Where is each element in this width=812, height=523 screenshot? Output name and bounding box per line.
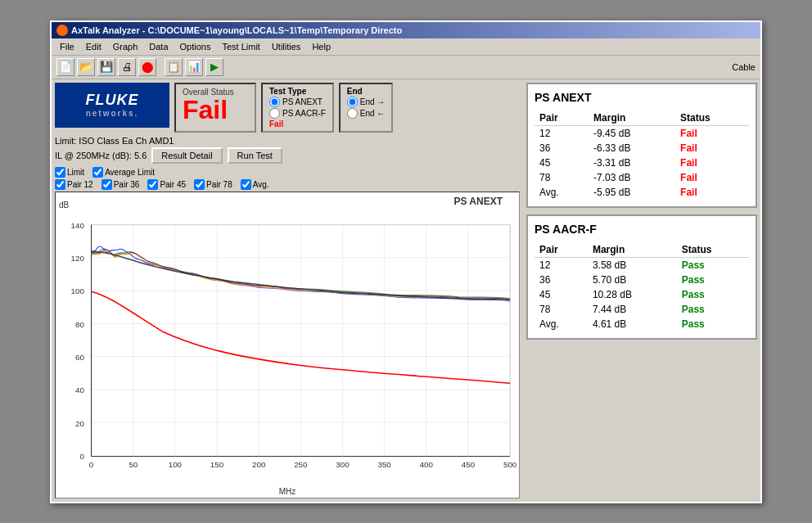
margin-cell: 3.58 dB	[588, 257, 677, 273]
menu-test-limit[interactable]: Test Limit	[217, 40, 264, 53]
checkbox-pair45[interactable]: Pair 45	[147, 179, 186, 190]
radio-ps-anext[interactable]: PS ANEXT	[269, 97, 326, 107]
left-panel: FLUKE networks. Overall Status Fail Test…	[52, 79, 523, 502]
table-row: Avg. 4.61 dB Pass	[535, 317, 749, 331]
detail-row: IL @ 250MHz (dB): 5.6 Result Detail Run …	[55, 147, 520, 164]
menu-edit[interactable]: Edit	[81, 40, 106, 53]
checkbox-pair78-label: Pair 78	[206, 180, 232, 189]
chart-xlabel: MHz	[279, 487, 296, 496]
svg-text:100: 100	[71, 286, 85, 295]
svg-text:40: 40	[75, 385, 84, 395]
table-row: 36 5.70 dB Pass	[535, 273, 749, 287]
run-test-button[interactable]: Run Test	[228, 147, 282, 164]
copy-button[interactable]: 📋	[165, 58, 183, 76]
margin-cell: -3.31 dB	[589, 156, 675, 170]
pair-cell: Avg.	[535, 185, 589, 200]
margin-cell: -5.95 dB	[589, 185, 675, 200]
ps-anext-title: PS ANEXT	[535, 91, 749, 104]
chart-ylabel: dB	[59, 201, 69, 210]
checkbox-avg-limit[interactable]: Average Limit	[92, 167, 155, 178]
table-row: 45 -3.31 dB Fail	[535, 156, 749, 170]
margin-cell: -7.03 dB	[589, 170, 675, 185]
menu-file[interactable]: File	[55, 40, 79, 53]
fluke-brand: FLUKE	[86, 92, 139, 109]
info-row: FLUKE networks. Overall Status Fail Test…	[55, 83, 520, 133]
ps-aacrf-table: PS AACR-F Pair Margin Status 12 3.58 dB …	[526, 214, 757, 340]
pair-cell: 12	[535, 125, 589, 141]
svg-text:200: 200	[252, 459, 266, 468]
checkbox-avg-limit-label: Average Limit	[105, 168, 155, 177]
svg-text:300: 300	[336, 459, 350, 468]
menu-graph[interactable]: Graph	[108, 40, 143, 53]
il-text: IL @ 250MHz (dB): 5.6	[55, 151, 147, 160]
checkbox-pair36[interactable]: Pair 36	[102, 179, 140, 190]
chart-button[interactable]: 📊	[185, 58, 203, 76]
ps-anext-col-margin: Margin	[589, 110, 675, 126]
ps-anext-col-pair: Pair	[535, 110, 589, 126]
pair-cell: 45	[535, 287, 588, 302]
new-button[interactable]: 📄	[56, 58, 74, 76]
table-row: 12 3.58 dB Pass	[535, 257, 749, 273]
svg-text:120: 120	[71, 254, 85, 263]
svg-text:20: 20	[75, 418, 84, 427]
save-button[interactable]: 💾	[97, 58, 115, 76]
open-button[interactable]: 📂	[77, 58, 95, 76]
menu-options[interactable]: Options	[175, 40, 216, 53]
status-cell: Pass	[677, 257, 749, 273]
margin-cell: -9.45 dB	[589, 125, 675, 141]
status-cell: Fail	[675, 185, 749, 200]
pair-cell: 36	[535, 273, 588, 287]
test-type-box: Test Type PS ANEXT PS AACR-F Fail	[261, 83, 334, 133]
menu-utilities[interactable]: Utilities	[267, 40, 305, 53]
pair-cell: 36	[535, 141, 589, 156]
status-cell: Fail	[675, 156, 749, 170]
menu-help[interactable]: Help	[307, 40, 336, 53]
ps-aacrf-col-pair: Pair	[535, 242, 588, 258]
table-row: 78 7.44 dB Pass	[535, 302, 749, 317]
checkbox-pair78[interactable]: Pair 78	[194, 179, 232, 190]
table-row: Avg. -5.95 dB Fail	[535, 185, 749, 200]
margin-cell: 7.44 dB	[588, 302, 677, 317]
checkbox-pair12[interactable]: Pair 12	[55, 179, 93, 190]
main-window: AxTalk Analyzer - C:\DOCUME~1\ayoung\LOC…	[50, 20, 762, 503]
chart-area: dB PS ANEXT MHz	[55, 192, 520, 498]
result-detail-button[interactable]: Result Detail	[151, 147, 222, 164]
svg-text:100: 100	[169, 459, 183, 468]
end-forward-label: End →	[360, 97, 386, 106]
checkbox-avg-label: Avg.	[253, 180, 269, 189]
ps-aacrf-data-table: Pair Margin Status 12 3.58 dB Pass 36 5.…	[535, 242, 749, 331]
checkboxes-row2: Pair 12 Pair 36 Pair 45 Pair 78 Avg.	[55, 179, 520, 190]
svg-text:0: 0	[79, 451, 84, 460]
checkbox-avg[interactable]: Avg.	[241, 179, 269, 190]
status-cell: Pass	[677, 273, 749, 287]
status-cell: Fail	[675, 125, 749, 141]
ps-anext-table: PS ANEXT Pair Margin Status 12 -9.45 dB …	[526, 83, 757, 208]
svg-text:50: 50	[129, 459, 138, 468]
overall-status-value: Fail	[183, 97, 248, 123]
margin-cell: -6.33 dB	[589, 141, 675, 156]
end-label: End	[347, 87, 363, 96]
right-panel: PS ANEXT Pair Margin Status 12 -9.45 dB …	[523, 79, 760, 502]
test-type-fail: Fail	[269, 119, 326, 128]
run-button[interactable]: ▶	[205, 58, 223, 76]
radio-ps-aacrf[interactable]: PS AACR-F	[269, 108, 326, 119]
ps-aacrf-title: PS AACR-F	[535, 223, 749, 236]
checkbox-pair12-label: Pair 12	[67, 180, 93, 189]
status-cell: Fail	[675, 141, 749, 156]
status-cell: Pass	[677, 287, 749, 302]
status-cell: Pass	[677, 302, 749, 317]
svg-text:350: 350	[377, 459, 391, 468]
radio-end-reverse[interactable]: End ←	[347, 108, 386, 119]
app-icon	[56, 25, 68, 36]
table-row: 78 -7.03 dB Fail	[535, 170, 749, 185]
table-row: 36 -6.33 dB Fail	[535, 141, 749, 156]
radio-end-forward[interactable]: End →	[347, 97, 386, 107]
menu-data[interactable]: Data	[144, 40, 173, 53]
table-row: 45 10.28 dB Pass	[535, 287, 749, 302]
checkbox-limit[interactable]: Limit	[55, 167, 84, 178]
svg-text:60: 60	[75, 353, 84, 362]
checkboxes-row: Limit Average Limit	[55, 167, 520, 178]
print-button[interactable]: 🖨	[118, 58, 136, 76]
stop-button[interactable]: ⬤	[138, 58, 156, 76]
overall-status-box: Overall Status Fail	[174, 83, 256, 133]
